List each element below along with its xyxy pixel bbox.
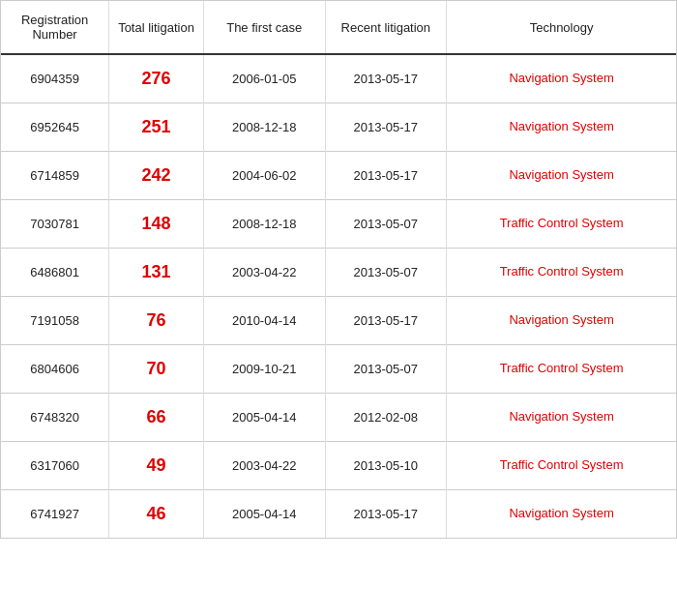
cell-recent-litigation: 2013-05-17 bbox=[325, 297, 447, 345]
col-header-recent-litigation: Recent litigation bbox=[325, 1, 447, 54]
cell-technology: Navigation System bbox=[447, 297, 676, 345]
cell-recent-litigation: 2013-05-07 bbox=[325, 345, 447, 394]
cell-recent-litigation: 2013-05-17 bbox=[325, 152, 447, 200]
cell-first-case: 2005-04-14 bbox=[203, 490, 325, 539]
litigation-count-value: 70 bbox=[147, 359, 166, 378]
cell-registration: 6804606 bbox=[1, 345, 109, 394]
cell-registration: 6714859 bbox=[1, 152, 109, 200]
table-row: 67148592422004-06-022013-05-17Navigation… bbox=[1, 152, 676, 200]
cell-recent-litigation: 2013-05-07 bbox=[325, 249, 447, 297]
cell-litigation: 276 bbox=[109, 54, 204, 103]
cell-first-case: 2008-12-18 bbox=[203, 103, 325, 152]
cell-recent-litigation: 2013-05-10 bbox=[325, 442, 447, 490]
table-row: 70307811482008-12-182013-05-07Traffic Co… bbox=[1, 200, 676, 249]
cell-technology: Navigation System bbox=[447, 103, 676, 152]
litigation-count-value: 148 bbox=[142, 214, 171, 233]
technology-value: Traffic Control System bbox=[500, 457, 624, 472]
table-row: 64868011312003-04-222013-05-07Traffic Co… bbox=[1, 249, 676, 297]
cell-registration: 6317060 bbox=[1, 442, 109, 490]
technology-value: Traffic Control System bbox=[500, 361, 624, 375]
litigation-count-value: 49 bbox=[147, 455, 166, 475]
cell-technology: Navigation System bbox=[447, 54, 676, 103]
cell-technology: Navigation System bbox=[447, 152, 676, 200]
cell-technology: Traffic Control System bbox=[447, 200, 676, 249]
cell-litigation: 76 bbox=[109, 297, 204, 345]
table-row: 6317060492003-04-222013-05-10Traffic Con… bbox=[1, 442, 676, 490]
table-header-row: Registration Number Total litigation The… bbox=[1, 1, 676, 54]
cell-litigation: 131 bbox=[109, 249, 204, 297]
cell-first-case: 2010-04-14 bbox=[203, 297, 325, 345]
table-row: 6748320662005-04-142012-02-08Navigation … bbox=[1, 394, 676, 442]
col-header-registration: Registration Number bbox=[1, 1, 109, 54]
litigation-count-value: 131 bbox=[142, 262, 171, 281]
cell-registration: 6741927 bbox=[1, 490, 109, 539]
cell-first-case: 2005-04-14 bbox=[203, 394, 325, 442]
litigation-count-value: 66 bbox=[147, 407, 166, 426]
col-header-litigation: Total litigation bbox=[109, 1, 204, 54]
cell-first-case: 2004-06-02 bbox=[203, 152, 325, 200]
cell-recent-litigation: 2013-05-17 bbox=[325, 54, 447, 103]
cell-litigation: 70 bbox=[109, 345, 204, 394]
litigation-count-value: 76 bbox=[147, 310, 166, 330]
technology-value: Navigation System bbox=[509, 119, 613, 133]
cell-litigation: 46 bbox=[109, 490, 204, 539]
table-row: 6741927462005-04-142013-05-17Navigation … bbox=[1, 490, 676, 539]
cell-litigation: 251 bbox=[109, 103, 204, 152]
cell-first-case: 2003-04-22 bbox=[203, 249, 325, 297]
technology-value: Navigation System bbox=[509, 312, 613, 327]
technology-value: Traffic Control System bbox=[500, 216, 624, 230]
cell-litigation: 148 bbox=[109, 200, 204, 249]
cell-registration: 6904359 bbox=[1, 54, 109, 103]
litigation-count-value: 251 bbox=[142, 117, 171, 136]
technology-value: Navigation System bbox=[509, 506, 613, 520]
litigation-count-value: 276 bbox=[142, 69, 171, 88]
cell-registration: 7030781 bbox=[1, 200, 109, 249]
col-header-first-case: The first case bbox=[203, 1, 325, 54]
technology-value: Navigation System bbox=[509, 167, 613, 182]
cell-technology: Navigation System bbox=[447, 394, 676, 442]
cell-technology: Traffic Control System bbox=[447, 345, 676, 394]
cell-recent-litigation: 2013-05-07 bbox=[325, 200, 447, 249]
cell-recent-litigation: 2012-02-08 bbox=[325, 394, 447, 442]
cell-technology: Traffic Control System bbox=[447, 249, 676, 297]
technology-value: Navigation System bbox=[509, 71, 613, 85]
cell-technology: Traffic Control System bbox=[447, 442, 676, 490]
data-table: Registration Number Total litigation The… bbox=[0, 0, 677, 539]
cell-registration: 6748320 bbox=[1, 394, 109, 442]
litigation-count-value: 242 bbox=[142, 165, 171, 185]
cell-first-case: 2003-04-22 bbox=[203, 442, 325, 490]
cell-registration: 7191058 bbox=[1, 297, 109, 345]
table-row: 6804606702009-10-212013-05-07Traffic Con… bbox=[1, 345, 676, 394]
cell-recent-litigation: 2013-05-17 bbox=[325, 490, 447, 539]
cell-first-case: 2008-12-18 bbox=[203, 200, 325, 249]
table-row: 69043592762006-01-052013-05-17Navigation… bbox=[1, 54, 676, 103]
technology-value: Traffic Control System bbox=[500, 264, 624, 279]
litigation-count-value: 46 bbox=[147, 504, 166, 523]
cell-first-case: 2009-10-21 bbox=[203, 345, 325, 394]
cell-recent-litigation: 2013-05-17 bbox=[325, 103, 447, 152]
cell-litigation: 242 bbox=[109, 152, 204, 200]
table-row: 69526452512008-12-182013-05-17Navigation… bbox=[1, 103, 676, 152]
col-header-technology: Technology bbox=[447, 1, 676, 54]
cell-litigation: 49 bbox=[109, 442, 204, 490]
technology-value: Navigation System bbox=[509, 409, 613, 424]
cell-first-case: 2006-01-05 bbox=[203, 54, 325, 103]
cell-registration: 6952645 bbox=[1, 103, 109, 152]
cell-technology: Navigation System bbox=[447, 490, 676, 539]
cell-registration: 6486801 bbox=[1, 249, 109, 297]
cell-litigation: 66 bbox=[109, 394, 204, 442]
table-row: 7191058762010-04-142013-05-17Navigation … bbox=[1, 297, 676, 345]
